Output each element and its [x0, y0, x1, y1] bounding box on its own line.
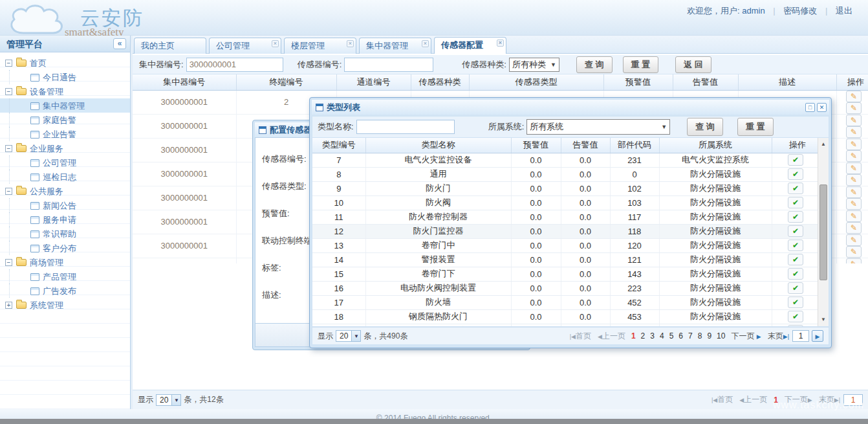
tree-leaf-item[interactable]: 广告发布	[0, 284, 130, 298]
page-size-dropdown[interactable]	[351, 331, 360, 341]
select-type-button[interactable]	[788, 211, 803, 223]
select-type-button[interactable]	[788, 197, 803, 208]
tab-item[interactable]: 集中器管理	[359, 38, 431, 54]
type-row[interactable]: 18钢质隔热防火门0.00.0453防火分隔设施	[312, 309, 823, 324]
tree-leaf-item[interactable]: 新闻公告	[0, 198, 130, 212]
select-type-button[interactable]	[788, 268, 803, 280]
type-name-input[interactable]	[356, 120, 455, 134]
next-page-button[interactable]: 下一页	[731, 331, 761, 342]
page-number-button[interactable]: 1	[631, 331, 636, 340]
tree-expander-icon[interactable]	[5, 145, 12, 152]
page-number-button[interactable]: 2	[641, 331, 646, 340]
edit-button[interactable]	[846, 198, 862, 210]
current-page[interactable]: 1	[774, 396, 778, 405]
type-row[interactable]: 17防火墙0.00.0452防火分隔设施	[312, 295, 823, 309]
sidebar-collapse-button[interactable]	[113, 38, 126, 49]
select-type-button[interactable]	[788, 311, 803, 322]
type-row[interactable]: 7电气火灾监控设备0.00.0231电气火灾监控系统	[312, 153, 823, 167]
go-page-button[interactable]	[812, 330, 823, 342]
tree-expander-icon[interactable]	[5, 88, 12, 95]
tree-leaf-item[interactable]: 常识帮助	[0, 227, 130, 241]
modal-reset-button[interactable]: 重 置	[737, 118, 774, 136]
change-password-link[interactable]: 密码修改	[783, 6, 817, 16]
tab-close-icon[interactable]	[272, 40, 279, 47]
type-row[interactable]: 8通用0.00.00防火分隔设施	[312, 167, 823, 181]
page-size-select[interactable]: 20	[156, 394, 181, 406]
select-type-button[interactable]	[788, 225, 803, 237]
tree-folder-item[interactable]: 商场管理	[0, 255, 130, 269]
tree-expander-icon[interactable]	[5, 60, 12, 67]
tab-close-icon[interactable]	[422, 40, 429, 47]
first-page-button[interactable]: 首页	[711, 394, 733, 405]
edit-button[interactable]	[846, 186, 862, 198]
page-number-button[interactable]: 9	[707, 331, 711, 340]
select-type-button[interactable]	[788, 296, 803, 308]
minimize-icon[interactable]	[805, 103, 815, 112]
next-page-button[interactable]: 下一页	[785, 394, 812, 405]
type-row[interactable]: 15卷帘门下0.00.0143防火分隔设施	[312, 267, 823, 281]
page-number-button[interactable]: 10	[717, 331, 725, 340]
edit-button[interactable]	[846, 102, 862, 114]
type-row[interactable]: 13卷帘门中0.00.0120防火分隔设施	[312, 238, 823, 252]
scroll-down-icon[interactable]	[818, 315, 829, 325]
edit-button[interactable]	[846, 222, 862, 234]
tree-folder-item[interactable]: 首页	[0, 56, 130, 70]
scrollbar-thumb[interactable]	[819, 184, 827, 280]
edit-button[interactable]	[846, 174, 862, 186]
last-page-button[interactable]: 末页	[819, 394, 840, 405]
edit-button[interactable]	[846, 246, 862, 258]
modal-search-button[interactable]: 查 询	[687, 118, 723, 136]
tree-leaf-item[interactable]: 企业告警	[0, 127, 130, 141]
goto-page-input[interactable]	[792, 330, 809, 342]
vertical-scrollbar[interactable]	[818, 138, 829, 326]
type-row[interactable]: 11防火卷帘控制器0.00.0117防火分隔设施	[312, 210, 823, 224]
modal-page-size-select[interactable]: 20	[336, 330, 361, 342]
edit-button[interactable]	[846, 115, 862, 126]
tab-active[interactable]: 传感器配置	[434, 37, 506, 54]
tab-item[interactable]: 楼层管理	[284, 38, 356, 54]
select-type-button[interactable]	[788, 168, 803, 180]
tree-leaf-item[interactable]: 家庭告警	[0, 113, 130, 127]
tree-leaf-item[interactable]: 公司管理	[0, 155, 130, 170]
page-number-button[interactable]: 6	[678, 331, 683, 340]
page-number-button[interactable]: 4	[660, 331, 664, 340]
select-type-button[interactable]	[788, 254, 803, 265]
tab-close-icon[interactable]	[497, 39, 504, 47]
tab-close-icon[interactable]	[347, 40, 354, 47]
type-row[interactable]: 12防火门监控器0.00.0118防火分隔设施	[312, 224, 823, 238]
last-page-button[interactable]: 末页	[768, 331, 789, 342]
modal-titlebar[interactable]: 类型列表	[312, 100, 829, 115]
close-icon[interactable]	[817, 103, 827, 112]
type-row[interactable]: 14警报装置0.00.0121防火分隔设施	[312, 252, 823, 267]
edit-button[interactable]	[846, 91, 862, 102]
concentrator-input[interactable]	[186, 58, 283, 72]
system-select[interactable]: 所有系统	[526, 119, 670, 135]
edit-button[interactable]	[846, 234, 862, 246]
page-number-button[interactable]: 3	[650, 331, 655, 340]
tree-expander-icon[interactable]	[5, 302, 12, 309]
edit-button[interactable]	[846, 162, 862, 174]
select-type-button[interactable]	[788, 325, 803, 327]
page-size-dropdown[interactable]	[171, 395, 180, 405]
type-row[interactable]: 16电动防火阀控制装置0.00.0223防火分隔设施	[312, 281, 823, 295]
scroll-up-icon[interactable]	[818, 139, 829, 150]
tree-folder-item[interactable]: 企业服务	[0, 141, 130, 155]
tree-folder-item[interactable]: 系统管理	[0, 298, 130, 312]
tab-item[interactable]: 我的主页	[134, 38, 206, 54]
edit-button[interactable]	[846, 210, 862, 222]
select-type-button[interactable]	[788, 240, 803, 251]
sensor-input[interactable]	[344, 58, 433, 72]
tree-leaf-item[interactable]: 巡检日志	[0, 170, 130, 184]
tree-folder-item[interactable]: 设备管理	[0, 84, 130, 98]
tree-leaf-item[interactable]: 产品管理	[0, 269, 130, 284]
first-page-button[interactable]: 首页	[570, 331, 591, 342]
search-button[interactable]: 查 询	[576, 56, 613, 73]
sensor-kind-select[interactable]: 所有种类	[509, 58, 559, 72]
tree-leaf-item[interactable]: 今日通告	[0, 70, 130, 84]
page-number-button[interactable]: 7	[688, 331, 693, 340]
edit-button[interactable]	[846, 258, 862, 264]
prev-page-button[interactable]: 上一页	[598, 331, 625, 342]
tree-leaf-item[interactable]: 客户分布	[0, 241, 130, 255]
tree-leaf-item[interactable]: 集中器管理	[0, 98, 130, 113]
page-number-button[interactable]: 5	[669, 331, 674, 340]
